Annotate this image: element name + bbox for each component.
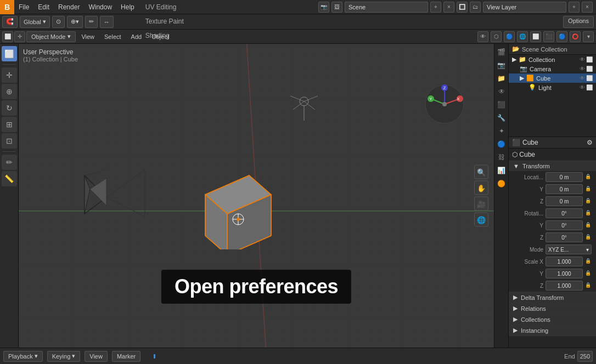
shading-render[interactable]: ⭕	[570, 31, 581, 42]
scene-remove-icon[interactable]: ×	[443, 2, 454, 13]
vl-remove-icon[interactable]: ×	[582, 2, 593, 13]
rs-material-icon[interactable]: 🟠	[496, 178, 508, 190]
outliner-item-collection[interactable]: ▶ 📁 Collection 👁 ⬜	[509, 55, 596, 64]
cube-hide-action[interactable]: ⬜	[586, 75, 593, 81]
scale-z-lock[interactable]: 🔒	[585, 282, 592, 289]
rs-scene-icon[interactable]: 🎬	[496, 46, 508, 58]
proportional-edit-btn[interactable]: ⊙	[52, 16, 65, 28]
scene-selector[interactable]	[345, 2, 428, 13]
view-layer-icon[interactable]: 🗂	[470, 2, 481, 13]
zoom-in-btn[interactable]: 🔍	[474, 165, 488, 179]
rs-object-icon[interactable]: ⬛	[496, 99, 508, 111]
scale-y-val[interactable]: 1.000	[546, 269, 583, 278]
outliner-item-cube[interactable]: ▶ 🟧 Cube 👁 ⬜	[509, 73, 596, 83]
marker-btn[interactable]: Marker	[112, 351, 140, 362]
shading-lp[interactable]: 🔵	[556, 31, 567, 42]
scene-icon[interactable]: 🔳	[457, 2, 468, 13]
rs-constraints-icon[interactable]: ⛓	[496, 151, 508, 163]
camera-view-action[interactable]: 👁	[580, 66, 585, 72]
object-name-display[interactable]: Cube	[522, 139, 584, 146]
location-z-lock[interactable]: 🔒	[585, 198, 592, 204]
relations-header[interactable]: ▶ Relations	[509, 303, 596, 314]
viewport-shading-icon[interactable]: ⬡	[491, 31, 502, 42]
scale-x-val[interactable]: 1.000	[546, 257, 583, 266]
cube-view-action[interactable]: 👁	[580, 75, 585, 81]
tool-transform[interactable]: ⊡	[2, 133, 17, 149]
annotations-btn[interactable]: ✏	[85, 16, 98, 28]
tool-select[interactable]: ⬜	[2, 46, 17, 61]
rs-output-icon[interactable]: 📁	[496, 72, 508, 84]
tool-move[interactable]: ⊕	[2, 84, 17, 99]
shading-solid[interactable]: ⬛	[543, 31, 554, 42]
camera-hide-action[interactable]: ⬜	[586, 66, 593, 72]
camera-icon-top[interactable]: 📷	[318, 2, 329, 13]
menu-help[interactable]: Help	[116, 0, 139, 14]
delta-transform-header[interactable]: ▶ Delta Transform	[509, 292, 596, 303]
vl-add-icon[interactable]: +	[569, 2, 580, 13]
snap-toggle[interactable]: 🧲	[2, 16, 18, 28]
end-value[interactable]: 250	[577, 351, 593, 362]
view-btn[interactable]: View	[85, 351, 108, 362]
viewport[interactable]: User Perspective (1) Collection | Cube X…	[19, 44, 494, 348]
outliner-item-camera[interactable]: 📷 Camera 👁 ⬜	[509, 64, 596, 73]
view-layer-selector[interactable]	[483, 2, 566, 13]
shading-wire[interactable]: ⬜	[530, 31, 541, 42]
rs-modifier-icon[interactable]: 🔧	[496, 112, 508, 124]
scale-z-val[interactable]: 1.000	[546, 281, 583, 291]
light-view-action[interactable]: 👁	[580, 84, 585, 90]
rs-physics-icon[interactable]: 🔵	[496, 138, 508, 150]
menu-select[interactable]: Select	[100, 31, 126, 42]
world-view-btn[interactable]: 🌐	[474, 213, 488, 227]
rotation-y-val[interactable]: 0°	[546, 220, 583, 230]
instancing-header[interactable]: ▶ Instancing	[509, 325, 596, 335]
playback-btn[interactable]: Playback ▾	[3, 351, 43, 362]
rs-data-icon[interactable]: 📊	[496, 164, 508, 177]
tool-cursor[interactable]: ✛	[2, 67, 17, 83]
rs-render-icon[interactable]: 📷	[496, 59, 508, 71]
rs-particles-icon[interactable]: ✦	[496, 125, 508, 137]
outliner-item-light[interactable]: 💡 Light 👁 ⬜	[509, 83, 596, 92]
object-mode-btn[interactable]: Object Mode ▾	[26, 31, 76, 42]
menu-render[interactable]: Render	[54, 0, 84, 14]
location-y-val[interactable]: 0 m	[546, 184, 583, 194]
render-overlay-icon[interactable]: 👁	[477, 31, 488, 42]
pan-btn[interactable]: ✋	[474, 181, 488, 195]
collection-view-btn[interactable]: 👁	[580, 56, 585, 62]
shading-extra[interactable]: ▾	[583, 31, 594, 42]
rotation-x-lock[interactable]: 🔒	[585, 210, 592, 217]
tool-scale[interactable]: ⊞	[2, 117, 17, 132]
collections-header[interactable]: ▶ Collections	[509, 314, 596, 325]
collection-hide-btn[interactable]: ⬜	[586, 56, 593, 62]
mode-dropdown[interactable]: XYZ E... ▾	[546, 244, 592, 254]
menu-view[interactable]: View	[77, 31, 99, 42]
world-icon[interactable]: 🌐	[517, 31, 528, 42]
rotation-z-val[interactable]: 0°	[546, 232, 583, 242]
render-icon-top[interactable]: 🖼	[331, 2, 342, 13]
menu-add[interactable]: Add	[127, 31, 147, 42]
transform-pivot-btn[interactable]: ⊕▾	[67, 16, 83, 28]
scale-x-lock[interactable]: 🔒	[585, 258, 592, 265]
location-y-lock[interactable]: 🔒	[585, 186, 592, 192]
keying-btn[interactable]: Keying ▾	[47, 351, 81, 362]
location-x-val[interactable]: 0 m	[546, 172, 583, 182]
tool-measure[interactable]: 📏	[2, 171, 17, 186]
timeline-track[interactable]	[148, 354, 556, 359]
scale-y-lock[interactable]: 🔒	[585, 270, 592, 277]
rs-view-icon[interactable]: 👁	[496, 86, 508, 98]
location-z-val[interactable]: 0 m	[546, 196, 583, 206]
camera-view-btn[interactable]: 🎥	[474, 197, 488, 211]
menu-window[interactable]: Window	[84, 0, 116, 14]
header-select-icon[interactable]: ⬜	[2, 31, 13, 42]
header-cursor-icon[interactable]: ✛	[14, 31, 25, 42]
rotation-x-val[interactable]: 0°	[546, 208, 583, 218]
menu-edit[interactable]: Edit	[33, 0, 54, 14]
rotation-y-lock[interactable]: 🔒	[585, 222, 592, 229]
transform-header[interactable]: ▼ Transform	[509, 161, 596, 171]
nav-gizmo[interactable]: X Y Z	[423, 82, 466, 126]
scene-add-icon[interactable]: +	[430, 2, 441, 13]
options-button[interactable]: Options	[563, 16, 594, 28]
rotation-z-lock[interactable]: 🔒	[585, 234, 592, 241]
location-x-lock[interactable]: 🔒	[585, 174, 592, 180]
tab-texture-paint[interactable]: Texture Paint	[139, 14, 190, 29]
transform-icons[interactable]: ↔	[100, 16, 114, 28]
